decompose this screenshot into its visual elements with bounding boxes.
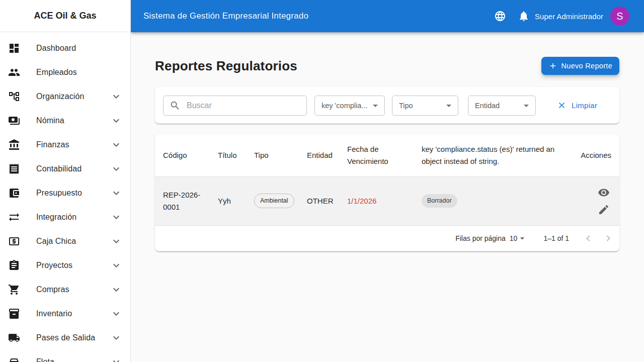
- entidad-select[interactable]: Entidad: [468, 96, 536, 116]
- col-tipo: Tipo: [246, 134, 299, 176]
- sidebar-menu: DashboardEmpleadosOrganizaciónNóminaFina…: [0, 32, 130, 362]
- previous-page-button[interactable]: [578, 228, 598, 248]
- chevron-down-icon: [110, 139, 122, 151]
- rows-per-page-label: Filas por página: [455, 234, 506, 242]
- sidebar-item-caja-chica[interactable]: Caja Chica: [0, 229, 130, 253]
- sidebar-item-label: Dashboard: [36, 44, 122, 53]
- chevron-down-icon: [110, 90, 122, 103]
- dropdown-arrow-icon: [369, 100, 381, 112]
- page-range: 1–1 of 1: [543, 234, 569, 242]
- rows-per-page-select[interactable]: 10: [510, 233, 528, 243]
- filter-bar: key 'complia... Tipo Entidad Limpiar: [155, 87, 619, 124]
- view-button[interactable]: [598, 187, 610, 199]
- reports-table-card: Código Título Tipo Entidad Fecha de Venc…: [155, 134, 619, 251]
- sidebar: ACE Oil & Gas DashboardEmpleadosOrganiza…: [0, 0, 131, 362]
- chevron-down-icon: [110, 356, 122, 362]
- col-status: key 'compliance.status (es)' returned an…: [414, 134, 564, 176]
- cart-icon: [8, 284, 36, 296]
- truck-icon: [8, 332, 36, 344]
- tipo-select[interactable]: Tipo: [392, 96, 458, 116]
- status-select[interactable]: key 'complia...: [314, 96, 385, 116]
- cell-tipo: Ambiental: [246, 176, 299, 225]
- people-icon: [8, 66, 36, 78]
- sidebar-item-label: Nómina: [36, 116, 110, 125]
- cell-titulo: Yyh: [210, 176, 246, 225]
- sidebar-item-inventario[interactable]: Inventario: [0, 302, 130, 326]
- language-button[interactable]: [490, 6, 510, 26]
- search-field: [163, 96, 307, 116]
- title-row: Reportes Regulatorios Nuevo Reporte: [155, 57, 619, 75]
- chevron-down-icon: [110, 332, 122, 344]
- new-report-button[interactable]: Nuevo Reporte: [541, 57, 619, 75]
- col-codigo: Código: [155, 134, 210, 176]
- clear-filters-button[interactable]: Limpiar: [557, 101, 597, 110]
- sidebar-item-label: Organización: [36, 92, 110, 101]
- sidebar-item-label: Inventario: [36, 309, 110, 318]
- sidebar-item-flota[interactable]: Flota: [0, 350, 130, 362]
- sidebar-item-contabilidad[interactable]: Contabilidad: [0, 157, 130, 181]
- close-icon: [557, 101, 567, 110]
- sidebar-item-proyectos[interactable]: Proyectos: [0, 253, 130, 278]
- col-acciones: Acciones: [564, 134, 619, 176]
- sidebar-item-label: Contabilidad: [36, 164, 110, 173]
- dropdown-arrow-icon: [520, 100, 532, 112]
- globe-icon: [494, 10, 506, 22]
- cell-acciones: [564, 176, 619, 225]
- sidebar-item-pases-de-salida[interactable]: Pases de Salida: [0, 326, 130, 350]
- sidebar-item-integracion[interactable]: Integración: [0, 205, 130, 229]
- sidebar-item-label: Integración: [36, 213, 110, 222]
- eye-icon: [598, 187, 610, 199]
- estado-chip: Borrador: [422, 194, 457, 208]
- sidebar-item-finanzas[interactable]: Finanzas: [0, 133, 130, 157]
- search-input[interactable]: [186, 101, 300, 111]
- bank-icon: [8, 139, 36, 151]
- sidebar-item-organizacion[interactable]: Organización: [0, 84, 130, 109]
- tipo-chip: Ambiental: [254, 194, 294, 208]
- sidebar-item-dashboard[interactable]: Dashboard: [0, 36, 130, 60]
- table-row[interactable]: REP-2026-0001 Yyh Ambiental OTHER 1/1/20…: [155, 176, 619, 225]
- dropdown-arrow-icon: [443, 100, 455, 112]
- notifications-button[interactable]: [514, 6, 534, 26]
- col-entidad: Entidad: [299, 134, 339, 176]
- chevron-left-icon: [582, 232, 594, 244]
- pencil-icon: [598, 204, 610, 216]
- cell-estado: Borrador: [414, 176, 564, 225]
- dropdown-arrow-icon: [517, 233, 527, 243]
- col-titulo: Título: [210, 134, 246, 176]
- chevron-down-icon: [110, 308, 122, 320]
- car-icon: [8, 356, 36, 362]
- plus-icon: [548, 61, 557, 70]
- user-name: Super Administrador: [535, 12, 603, 21]
- inventory-icon: [8, 308, 36, 320]
- edit-button[interactable]: [598, 204, 610, 216]
- cell-entidad: OTHER: [299, 176, 339, 225]
- chevron-down-icon: [110, 284, 122, 296]
- wallet-icon: [8, 187, 36, 199]
- sidebar-item-compras[interactable]: Compras: [0, 278, 130, 302]
- sidebar-item-empleados[interactable]: Empleados: [0, 60, 130, 84]
- cell-codigo: REP-2026-0001: [155, 176, 210, 225]
- chevron-down-icon: [110, 163, 122, 175]
- avatar[interactable]: S: [610, 7, 629, 26]
- chevron-down-icon: [110, 187, 122, 199]
- sidebar-item-label: Empleados: [36, 68, 122, 77]
- reports-table: Código Título Tipo Entidad Fecha de Venc…: [155, 134, 619, 226]
- pagination: Filas por página 10 1–1 of 1: [155, 226, 619, 251]
- table-header-row: Código Título Tipo Entidad Fecha de Venc…: [155, 134, 619, 176]
- bell-icon: [518, 10, 530, 22]
- chevron-down-icon: [110, 115, 122, 127]
- next-page-button[interactable]: [598, 228, 618, 248]
- sidebar-item-label: Pases de Salida: [36, 333, 110, 342]
- appbar-right: Super Administrador S: [490, 6, 629, 26]
- cash-icon: [8, 235, 36, 247]
- sync-icon: [8, 211, 36, 223]
- chevron-down-icon: [110, 259, 122, 272]
- org-tree-icon: [8, 90, 36, 103]
- sidebar-item-label: Presupuesto: [36, 189, 110, 198]
- page-title: Reportes Regulatorios: [155, 58, 297, 74]
- main-content: Reportes Regulatorios Nuevo Reporte key …: [131, 32, 644, 362]
- sidebar-item-label: Finanzas: [36, 140, 110, 149]
- sidebar-item-nomina[interactable]: Nómina: [0, 109, 130, 133]
- clipboard-icon: [8, 259, 36, 272]
- sidebar-item-presupuesto[interactable]: Presupuesto: [0, 181, 130, 205]
